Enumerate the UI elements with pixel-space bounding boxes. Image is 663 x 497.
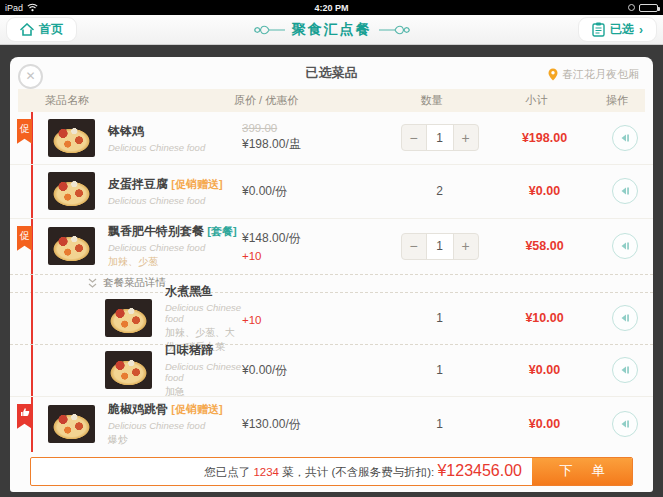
price-extra: +10 <box>242 314 387 326</box>
dish-notes: 加辣、少葱 <box>108 255 242 269</box>
dish-photo <box>105 351 152 389</box>
quantity-value: 1 <box>426 125 454 150</box>
app-title: 聚食汇点餐 <box>253 21 411 39</box>
modal-header: ✕ 已选菜品 春江花月夜包厢 <box>10 57 653 89</box>
decrease-quantity-button[interactable]: − <box>402 234 426 259</box>
status-bar: iPad 4:20 PM <box>0 0 663 15</box>
quantity-text: 1 <box>436 363 443 377</box>
order-summary-bar: 您已点了 1234 菜，共计 (不含服务费与折扣): ¥123456.00 下 … <box>30 457 633 486</box>
return-dish-icon <box>619 418 631 430</box>
dish-row: 脆椒鸡跳骨 [促销赠送] Delicious Chinese food 爆炒 ¥… <box>10 397 653 452</box>
dish-info: 脆椒鸡跳骨 [促销赠送] Delicious Chinese food 爆炒 <box>95 401 242 447</box>
dish-count: 1234 <box>253 466 279 478</box>
ribbon-text: 促 <box>20 123 30 134</box>
quantity-text: 1 <box>436 311 443 325</box>
return-dish-button[interactable] <box>612 305 638 331</box>
quantity-cell: − 1 + <box>387 124 492 151</box>
thumbs-up-icon <box>20 407 30 417</box>
dish-photo <box>105 299 152 337</box>
quantity-stepper: − 1 + <box>401 124 479 151</box>
modal-title: 已选菜品 <box>306 64 358 82</box>
column-header-quantity: 数量 <box>379 93 484 108</box>
column-header-operation: 操作 <box>589 93 645 108</box>
dish-photo <box>48 172 95 210</box>
dish-name: 飘香肥牛特别套餐 <box>108 224 204 238</box>
dish-notes: 爆炒 <box>108 433 242 447</box>
home-label: 首页 <box>39 21 63 38</box>
return-dish-button[interactable] <box>612 178 638 204</box>
current-price: ¥148.00/份 <box>242 230 387 247</box>
double-chevron-down-icon <box>88 278 97 289</box>
quantity-text: 2 <box>436 184 443 198</box>
subtotal-value: ¥0.00 <box>492 417 597 431</box>
summary-middle: 菜，共计 (不含服务费与折扣): <box>279 466 437 478</box>
original-price: 399.00 <box>242 122 387 134</box>
return-dish-icon <box>619 185 631 197</box>
orientation-lock-icon <box>628 4 635 11</box>
subtotal-value: ¥10.00 <box>492 311 597 325</box>
dish-row: 促 飘香肥牛特别套餐 [套餐] Delicious Chinese food 加… <box>10 219 653 275</box>
quantity-text: 1 <box>436 417 443 431</box>
subtotal-value: ¥198.00 <box>492 131 597 145</box>
return-dish-button[interactable] <box>612 125 638 151</box>
dish-info: 飘香肥牛特别套餐 [套餐] Delicious Chinese food 加辣、… <box>95 223 242 269</box>
place-order-button[interactable]: 下 单 <box>532 458 632 485</box>
room-name: 春江花月夜包厢 <box>562 67 639 82</box>
order-summary-text: 您已点了 1234 菜，共计 (不含服务费与折扣): ¥123456.00 <box>31 462 532 480</box>
quantity-cell: 2 <box>387 184 492 198</box>
return-dish-icon <box>619 132 631 144</box>
ribbon-text: 促 <box>20 230 30 241</box>
dish-row: 皮蛋拌豆腐 [促销赠送] Delicious Chinese food ¥0.0… <box>10 165 653 219</box>
total-amount: ¥123456.00 <box>437 462 522 479</box>
dish-name: 口味猪蹄 <box>165 343 213 357</box>
app-title-text: 聚食汇点餐 <box>292 21 372 39</box>
dish-tag: [套餐] <box>207 225 236 237</box>
dish-subtitle: Delicious Chinese food <box>108 142 242 153</box>
flourish-right-icon <box>379 23 411 37</box>
quantity-cell: 1 <box>387 311 492 325</box>
flourish-left-icon <box>253 23 285 37</box>
current-price: ¥130.00/份 <box>242 416 387 433</box>
price-cell: ¥130.00/份 <box>242 416 387 433</box>
increase-quantity-button[interactable]: + <box>454 234 478 259</box>
clipboard-icon <box>592 22 605 37</box>
ribbon-badge: 促 <box>17 226 32 251</box>
dish-row: 水煮黑鱼 Delicious Chinese food 加辣、少葱、大份、稍后上… <box>10 293 653 345</box>
dish-tag: [促销赠送] <box>171 403 222 415</box>
decrease-quantity-button[interactable]: − <box>402 125 426 150</box>
price-cell: ¥0.00/份 <box>242 183 387 200</box>
current-price: ¥0.00/份 <box>242 362 387 379</box>
increase-quantity-button[interactable]: + <box>454 125 478 150</box>
return-dish-button[interactable] <box>612 411 638 437</box>
selected-label: 已选 <box>610 21 634 38</box>
close-icon[interactable]: ✕ <box>18 64 43 89</box>
return-dish-button[interactable] <box>612 357 638 383</box>
price-cell: ¥0.00/份 <box>242 362 387 379</box>
quantity-value: 1 <box>426 234 454 259</box>
chevron-right-icon: › <box>639 23 643 37</box>
column-header-price: 原价 / 优惠价 <box>234 93 379 108</box>
current-price: ¥0.00/份 <box>242 183 387 200</box>
set-meal-details-header[interactable]: 套餐菜品详情 <box>10 275 653 293</box>
dish-tag: [促销赠送] <box>171 178 222 190</box>
return-dish-button[interactable] <box>612 233 638 259</box>
wifi-icon <box>27 3 38 12</box>
return-dish-icon <box>619 312 631 324</box>
dish-table-body: 促 钵钵鸡 Delicious Chinese food 399.00 ¥198… <box>10 112 653 452</box>
modal-overlay: ✕ 已选菜品 春江花月夜包厢 菜品名称 原价 / 优惠价 数量 小计 操作 促 <box>0 46 663 497</box>
dish-name: 钵钵鸡 <box>108 124 144 138</box>
return-dish-icon <box>619 240 631 252</box>
dish-photo <box>48 405 95 443</box>
dish-name: 水煮黑鱼 <box>165 284 213 298</box>
battery-icon <box>639 4 658 12</box>
selected-dishes-button[interactable]: 已选 › <box>578 17 657 42</box>
quantity-cell: − 1 + <box>387 233 492 260</box>
selected-dishes-modal: ✕ 已选菜品 春江花月夜包厢 菜品名称 原价 / 优惠价 数量 小计 操作 促 <box>10 57 653 492</box>
home-icon <box>20 23 34 36</box>
column-header-dish-name: 菜品名称 <box>18 93 234 108</box>
subtotal-value: ¥0.00 <box>492 184 597 198</box>
home-button[interactable]: 首页 <box>6 17 77 42</box>
ribbon-badge: 促 <box>17 119 32 144</box>
dish-subtitle: Delicious Chinese food <box>108 420 242 431</box>
dish-name: 皮蛋拌豆腐 <box>108 177 168 191</box>
